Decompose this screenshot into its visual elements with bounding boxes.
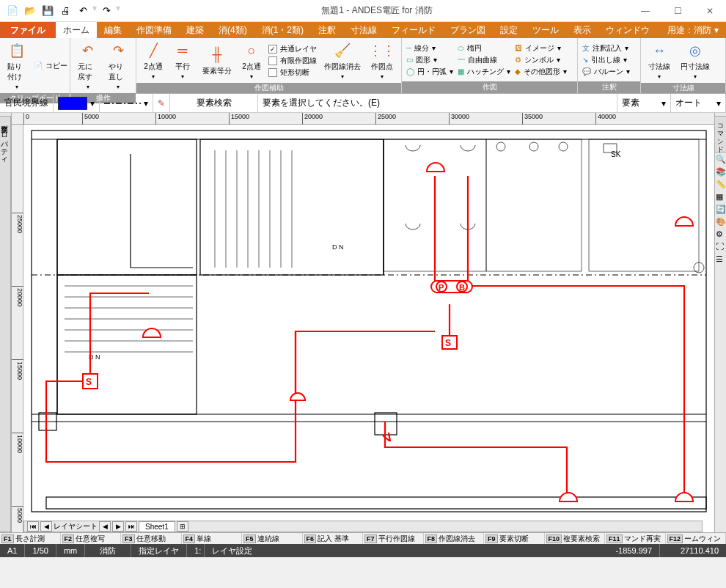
linetype-picker[interactable]: ▾ <box>100 94 153 112</box>
status-category[interactable]: 消防 <box>85 544 131 557</box>
palette-menu-icon[interactable]: ☰ <box>716 254 726 265</box>
color-picker[interactable]: ▾ <box>54 94 100 112</box>
maximize-button[interactable]: ☐ <box>661 0 694 22</box>
sheet-prev2-button[interactable]: ◀ <box>99 521 111 532</box>
palette-settings-icon[interactable]: ⚙ <box>716 229 726 240</box>
symbol-button[interactable]: ⚙シンボル ▾ <box>515 55 567 65</box>
status-unit[interactable]: mm <box>56 544 85 557</box>
status-layer-mode[interactable]: 指定レイヤ <box>131 544 187 557</box>
menu-arch[interactable]: 建築 <box>179 22 211 38</box>
copy-button[interactable]: 📄コピー <box>34 61 67 71</box>
menu-tools[interactable]: ツール <box>525 22 566 38</box>
sidebar-tab-properties[interactable]: 業務プロパティ <box>0 116 11 532</box>
fkey-f9[interactable]: F9要素切断 <box>484 533 545 544</box>
pen-tool[interactable]: ✎ <box>153 94 170 112</box>
palette-layer-icon[interactable]: 📚 <box>716 167 726 177</box>
freecurve-button[interactable]: 〰自由曲線 <box>458 55 510 65</box>
status-sheet-size[interactable]: A1 <box>0 544 25 557</box>
fkey-f7[interactable]: F7平行作図線 <box>363 533 424 544</box>
arc-button[interactable]: ◯円・円弧 ▾ <box>406 67 453 77</box>
palette-expand-icon[interactable]: ⛶ <box>716 242 726 252</box>
sidebar-tab-command[interactable]: コマンド <box>714 116 726 152</box>
menu-field[interactable]: フィールド <box>384 22 443 38</box>
current-layer-name[interactable]: 官民境界線 <box>0 94 54 112</box>
erase-construction-button[interactable]: 🧹作図線消去▾ <box>321 40 364 81</box>
fkey-f10[interactable]: F10複要素検索 <box>545 533 606 544</box>
sheet-prev-button[interactable]: ◀ <box>40 521 52 532</box>
paste-button[interactable]: 📋 貼り付け ▾ <box>4 40 29 92</box>
rect-cut-checkbox[interactable]: 矩形切断 <box>268 67 317 78</box>
menu-view[interactable]: 表示 <box>566 22 598 38</box>
menu-bar: ファイル ホーム 編集 作図準備 建築 消(4類) 消(1・2類) 注釈 寸法線… <box>0 22 726 38</box>
fkey-f11[interactable]: F11マンド再実 <box>605 533 666 544</box>
construction-points-button[interactable]: ⋮⋮作図点▾ <box>368 40 396 81</box>
file-tab[interactable]: ファイル <box>0 22 56 38</box>
menu-annot[interactable]: 注釈 <box>311 22 343 38</box>
ruler-tick: 5000 <box>82 113 99 125</box>
sheet-tab-active[interactable]: Sheet1 <box>139 521 175 532</box>
common-layer-checkbox[interactable]: ✓共通レイヤ <box>268 44 317 54</box>
fkey-f3[interactable]: F3任意移動 <box>121 533 182 544</box>
other-shape-button[interactable]: ◆その他図形 ▾ <box>515 67 567 77</box>
menu-settings[interactable]: 設定 <box>493 22 525 38</box>
dimension-button[interactable]: ↔寸法線▾ <box>645 40 673 81</box>
drawing-area[interactable]: 0500010000150002000025000300003500040000… <box>12 113 714 532</box>
menu-fire4[interactable]: 消(4類) <box>211 22 254 38</box>
circle-dimension-button[interactable]: ◎円寸法線▾ <box>678 40 713 81</box>
sheet-last-button[interactable]: ⏭ <box>125 521 137 532</box>
qat-new-icon[interactable]: 📄 <box>4 3 21 19</box>
palette-grid-icon[interactable]: ▦ <box>716 192 726 202</box>
palette-measure-icon[interactable]: 📏 <box>716 180 726 190</box>
qat-redo-icon[interactable]: ↷ <box>98 3 114 19</box>
usage-dropdown[interactable]: 用途：消防 ▾ <box>660 22 726 38</box>
qat-undo-icon[interactable]: ↶ <box>75 3 91 19</box>
menu-plan[interactable]: プラン図 <box>443 22 493 38</box>
menu-fire12[interactable]: 消(1・2類) <box>254 22 311 38</box>
undo-button[interactable]: ↶元に戻す▾ <box>75 40 101 92</box>
image-button[interactable]: 🖼イメージ ▾ <box>515 43 567 54</box>
palette-refresh-icon[interactable]: 🔄 <box>716 205 726 215</box>
pencil-icon: ✎ <box>158 98 165 109</box>
sheet-first-button[interactable]: ⏮ <box>27 521 39 532</box>
annotation-button[interactable]: 文注釈記入 ▾ <box>582 43 630 54</box>
redo-button[interactable]: ↷やり直し▾ <box>106 40 132 92</box>
limited-line-checkbox[interactable]: 有限作図線 <box>268 56 317 66</box>
qat-print-icon[interactable]: 🖨 <box>57 3 73 19</box>
ellipse-button[interactable]: ⬭楕円 <box>458 43 510 54</box>
drawing-canvas[interactable]: D N D N SK <box>23 125 714 521</box>
home-tab[interactable]: ホーム <box>56 22 97 38</box>
fkey-f12[interactable]: F12ームウィン <box>666 533 727 544</box>
fkey-f4[interactable]: F4単線 <box>182 533 243 544</box>
fkey-f8[interactable]: F8作図線消去 <box>424 533 485 544</box>
sheet-next2-button[interactable]: ▶ <box>112 521 124 532</box>
line-button[interactable]: ─線分 ▾ <box>406 43 453 54</box>
hatching-button[interactable]: ▦ハッチング ▾ <box>458 67 510 77</box>
balloon-button[interactable]: 💬バルーン ▾ <box>582 67 630 77</box>
minimize-button[interactable]: ― <box>629 0 661 22</box>
status-layer-name[interactable]: レイヤ設定 <box>205 544 594 557</box>
fkey-f1[interactable]: F1長さ計測 <box>0 533 61 544</box>
snap-mode-dropdown[interactable]: オート▾ <box>671 94 726 112</box>
leader-button[interactable]: ↘引出し線 ▾ <box>582 55 630 65</box>
parallel-button[interactable]: ═平行▾ <box>170 40 195 81</box>
2pt-through-button[interactable]: ╱2点通▾ <box>141 40 166 81</box>
palette-color-icon[interactable]: 🎨 <box>716 217 726 227</box>
close-button[interactable]: ✕ <box>694 0 726 22</box>
shape-button[interactable]: ▭図形 ▾ <box>406 55 453 65</box>
menu-drawprep[interactable]: 作図準備 <box>129 22 179 38</box>
menu-dim[interactable]: 寸法線 <box>343 22 384 38</box>
palette-zoom-icon[interactable]: 🔍 <box>716 155 726 165</box>
qat-open-icon[interactable]: 📂 <box>22 3 38 19</box>
select-mode-dropdown[interactable]: 要素▾ <box>617 94 671 112</box>
element-search-button[interactable]: 要素検索 <box>170 94 258 112</box>
status-scale[interactable]: 1/50 <box>25 544 56 557</box>
fkey-f2[interactable]: F2任意複写 <box>61 533 122 544</box>
fkey-f6[interactable]: F6記入 基準 <box>303 533 364 544</box>
qat-save-icon[interactable]: 💾 <box>40 3 56 19</box>
equal-divide-button[interactable]: ╫要素等分 <box>199 44 235 78</box>
menu-window[interactable]: ウィンドウ <box>598 22 657 38</box>
sheet-add-button[interactable]: ⊞ <box>177 521 188 532</box>
menu-edit[interactable]: 編集 <box>97 22 129 38</box>
fkey-f5[interactable]: F5連続線 <box>242 533 303 544</box>
2pt-through-circle-button[interactable]: ○2点通▾ <box>239 40 264 81</box>
